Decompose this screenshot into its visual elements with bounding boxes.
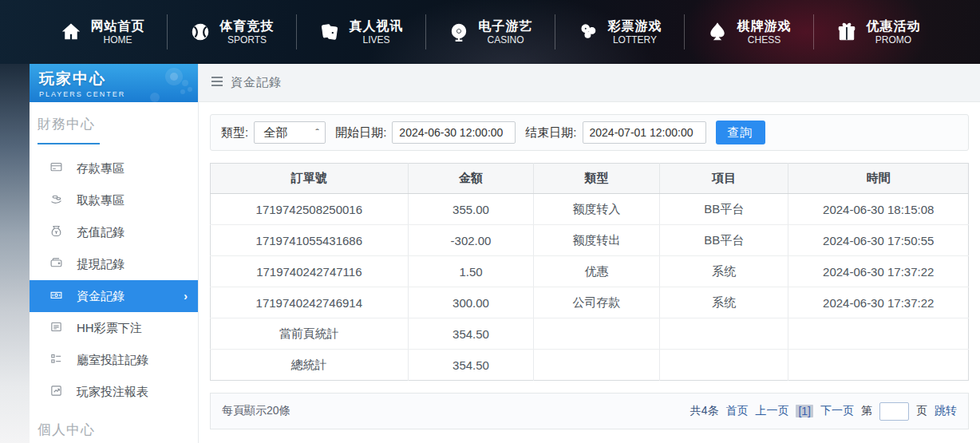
end-date-input[interactable] xyxy=(583,121,706,144)
table-cell xyxy=(534,318,660,350)
withdraw-icon xyxy=(49,192,63,208)
sidebar-item-label: 充值記錄 xyxy=(77,225,124,240)
column-header: 訂單號 xyxy=(211,164,409,194)
sidebar-item-充值記錄[interactable]: 充值記錄 xyxy=(30,216,198,248)
table-cell: 354.50 xyxy=(408,350,534,381)
table-cell xyxy=(659,318,788,350)
lives-icon xyxy=(318,21,341,43)
nav-item-subtitle: LIVES xyxy=(350,34,404,46)
table-cell: 系统 xyxy=(659,287,788,318)
type-select[interactable]: 全部 ˆ xyxy=(254,121,326,144)
pagination-bar: 每頁顯示20條 共4条 首页 上一页 [1] 下一页 第 页 跳转 xyxy=(210,393,969,429)
table-row: 總統計354.50 xyxy=(211,350,969,381)
table-row: 1719741055431686-302.00额度转出BB平台2024-06-3… xyxy=(211,225,969,256)
prev-page-link[interactable]: 上一页 xyxy=(755,404,788,418)
nav-item-lottery[interactable]: 彩票游戏LOTTERY xyxy=(555,18,684,46)
sidebar-item-label: 提現記錄 xyxy=(77,257,124,272)
nav-item-chess[interactable]: 棋牌游戏CHESS xyxy=(685,18,813,46)
nav-item-title: 真人视讯 xyxy=(350,18,404,34)
start-date-label: 開始日期: xyxy=(335,125,386,140)
sidebar: 玩家中心 PLAYERS CENTER 財務中心存款專區取款專區充值記錄提現記錄… xyxy=(30,64,198,443)
sidebar-item-資金記錄[interactable]: 資金記錄› xyxy=(30,280,198,312)
table-cell xyxy=(659,350,788,381)
cashout-icon xyxy=(49,256,63,272)
first-page-link[interactable]: 首页 xyxy=(725,404,748,418)
table-cell: 355.00 xyxy=(408,194,534,225)
hall-bet-icon xyxy=(49,352,63,368)
nav-item-title: 棋牌游戏 xyxy=(737,18,792,34)
table-cell: 當前頁統計 xyxy=(211,318,409,350)
current-page-badge: [1] xyxy=(796,405,813,417)
page-suffix-label: 页 xyxy=(916,404,927,418)
sidebar-item-label: HH彩票下注 xyxy=(77,321,142,336)
top-nav: 网站首页HOME体育竞技SPORTS真人视讯LIVES电子游艺CASINO彩票游… xyxy=(0,0,980,64)
recharge-icon xyxy=(49,224,63,240)
start-date-input[interactable] xyxy=(392,121,516,144)
table-cell: 1719742508250016 xyxy=(211,194,409,225)
sidebar-item-廳室投註記錄[interactable]: 廳室投註記錄 xyxy=(30,344,198,376)
nav-item-subtitle: HOME xyxy=(91,34,145,46)
table-cell: 1719740242746914 xyxy=(211,287,409,318)
table-cell: 1.50 xyxy=(408,256,534,287)
sidebar-item-label: 玩家投注報表 xyxy=(77,385,148,400)
column-header: 類型 xyxy=(534,164,660,194)
table-cell: 354.50 xyxy=(408,318,534,350)
table-cell: 2024-06-30 17:37:22 xyxy=(788,287,969,318)
nav-item-subtitle: CHESS xyxy=(737,34,792,46)
table-cell: BB平台 xyxy=(659,225,788,256)
sidebar-item-玩家投注報表[interactable]: 玩家投注報表 xyxy=(30,376,198,408)
nav-item-title: 体育竞技 xyxy=(220,18,275,34)
nav-item-sports[interactable]: 体育竞技SPORTS xyxy=(168,18,296,46)
sidebar-item-提現記錄[interactable]: 提現記錄 xyxy=(30,248,198,280)
next-page-link[interactable]: 下一页 xyxy=(820,404,854,418)
deposit-icon xyxy=(49,160,63,176)
sidebar-item-存款專區[interactable]: 存款專區 xyxy=(30,152,198,184)
players-center-header: 玩家中心 PLAYERS CENTER xyxy=(30,64,198,102)
jump-link[interactable]: 跳转 xyxy=(935,404,957,418)
total-count: 共4条 xyxy=(690,404,719,418)
column-header: 項目 xyxy=(659,164,788,194)
sidebar-item-HH彩票下注[interactable]: HH彩票下注 xyxy=(30,312,198,344)
search-button[interactable]: 查詢 xyxy=(716,121,765,144)
nav-item-subtitle: PROMO xyxy=(867,34,921,46)
nav-item-title: 网站首页 xyxy=(91,18,145,34)
table-cell: 300.00 xyxy=(408,287,534,318)
nav-item-casino[interactable]: 电子游艺CASINO xyxy=(426,18,555,46)
lottery-icon xyxy=(577,21,599,43)
table-cell: 2024-06-30 17:37:22 xyxy=(788,256,969,287)
table-header-row: 訂單號金額類型項目時間 xyxy=(211,164,969,194)
nav-item-lives[interactable]: 真人视讯LIVES xyxy=(297,18,425,46)
table-row: 1719740242746914300.00公司存款系统2024-06-30 1… xyxy=(211,287,969,318)
left-background-strip xyxy=(0,64,30,443)
table-cell: 2024-06-30 17:50:55 xyxy=(788,225,969,256)
nav-item-title: 彩票游戏 xyxy=(608,18,662,34)
table-cell: 公司存款 xyxy=(534,287,660,318)
nav-item-promo[interactable]: 优惠活动PROMO xyxy=(814,18,942,46)
table-cell: -302.00 xyxy=(408,225,534,256)
table-row: 17197402427471161.50优惠系统2024-06-30 17:37… xyxy=(211,256,969,287)
pager: 共4条 首页 上一页 [1] 下一页 第 页 跳转 xyxy=(690,402,957,421)
page-prefix-label: 第 xyxy=(861,404,872,418)
nav-item-subtitle: CASINO xyxy=(479,34,533,46)
end-date-label: 结束日期: xyxy=(525,125,576,140)
chess-icon xyxy=(706,21,729,43)
type-select-value: 全部 xyxy=(263,125,287,140)
sidebar-section-label: 財務中心 xyxy=(38,115,198,133)
sidebar-item-label: 廳室投註記錄 xyxy=(77,353,148,368)
menu-icon[interactable] xyxy=(211,76,223,90)
per-page-text: 每頁顯示20條 xyxy=(222,404,290,418)
chevron-down-icon: ˆ xyxy=(315,129,319,137)
report-icon xyxy=(49,384,63,400)
table-cell: 2024-06-30 18:15:08 xyxy=(788,194,969,225)
page-jump-input[interactable] xyxy=(879,402,909,421)
nav-item-subtitle: SPORTS xyxy=(220,34,275,46)
casino-icon xyxy=(448,21,470,43)
filter-bar: 類型: 全部 ˆ 開始日期: 结束日期: 查詢 xyxy=(210,114,969,151)
column-header: 時間 xyxy=(788,164,969,194)
table-cell: 總統計 xyxy=(211,350,409,381)
sidebar-item-取款專區[interactable]: 取款專區 xyxy=(30,184,198,216)
nav-item-home[interactable]: 网站首页HOME xyxy=(38,18,167,46)
table-cell xyxy=(788,350,969,381)
type-label: 類型: xyxy=(221,125,248,140)
sidebar-item-label: 存款專區 xyxy=(77,161,124,176)
